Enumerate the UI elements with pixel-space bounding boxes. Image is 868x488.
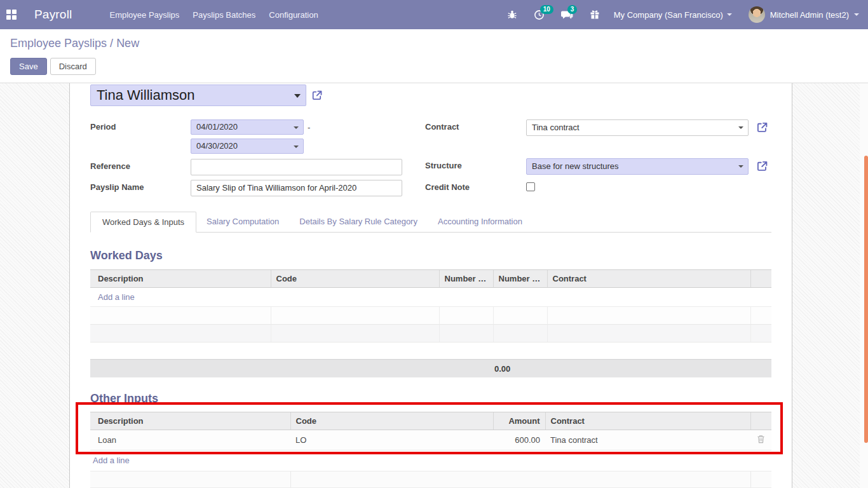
other-inputs-table: Description Code Amount Contract Loan LO… — [90, 412, 771, 451]
col-amount: Amount — [493, 412, 545, 430]
delete-row-trash-icon[interactable] — [757, 435, 765, 444]
period-to-value: 04/30/2020 — [196, 141, 238, 151]
tab-accounting-information[interactable]: Accounting Information — [428, 212, 532, 232]
col-description: Description — [90, 270, 271, 288]
systray: 10 3 My Company (San Francisco) Mitch — [491, 6, 859, 23]
payslip-name-label: Payslip Name — [90, 180, 191, 196]
breadcrumb-separator: / — [110, 37, 113, 50]
cell-amount[interactable]: 600.00 — [493, 430, 545, 451]
worked-days-total: 0.00 — [494, 364, 510, 374]
tab-details-by-salary-rule-category[interactable]: Details By Salary Rule Category — [289, 212, 428, 232]
col-contract: Contract — [547, 270, 750, 288]
empty-row — [90, 471, 771, 488]
worked-days-add-a-line[interactable]: Add a line — [90, 288, 771, 307]
employee-name: Tina Williamson — [97, 87, 194, 103]
discard-button[interactable]: Discard — [50, 58, 96, 75]
contract-value: Tina contract — [532, 123, 580, 132]
message-count-badge: 3 — [567, 5, 578, 14]
structure-label: Structure — [425, 158, 526, 180]
messages-chat-icon[interactable]: 3 — [561, 10, 573, 20]
col-code: Code — [290, 412, 493, 430]
company-switcher[interactable]: My Company (San Francisco) — [614, 10, 732, 20]
app-name[interactable]: Payroll — [34, 8, 72, 22]
apps-menu-icon[interactable] — [6, 10, 18, 20]
worked-days-header-row: Description Code Number of … Number of …… — [90, 270, 771, 288]
debug-bug-icon[interactable] — [507, 10, 517, 20]
caret-down-icon — [294, 94, 301, 98]
company-name: My Company (San Francisco) — [614, 10, 723, 20]
other-inputs-header-row: Description Code Amount Contract — [90, 412, 771, 430]
form-sheet: Tina Williamson Period 04/01/2020 — [69, 83, 792, 488]
menu-payslips-batches[interactable]: Payslips Batches — [191, 1, 257, 29]
caret-down-icon — [738, 165, 743, 168]
menu-employee-payslips[interactable]: Employee Payslips — [108, 1, 180, 29]
tab-salary-computation[interactable]: Salary Computation — [196, 212, 289, 232]
period-from-value: 04/01/2020 — [196, 122, 238, 132]
period-from-field[interactable]: 04/01/2020 — [191, 119, 304, 135]
structure-external-link-icon[interactable] — [756, 160, 768, 172]
save-button[interactable]: Save — [10, 58, 47, 75]
app-menus: Employee Payslips Payslips Batches Confi… — [108, 1, 319, 29]
rewards-gift-icon[interactable] — [590, 10, 600, 20]
period-separator: - — [308, 119, 310, 132]
employee-external-link-icon[interactable] — [311, 90, 323, 101]
credit-note-label: Credit Note — [425, 180, 526, 192]
control-panel: Employee Payslips / New Save Discard — [0, 29, 868, 83]
user-name: Mitchell Admin (test2) — [770, 10, 849, 20]
cell-contract[interactable]: Tina contract — [545, 430, 750, 451]
other-inputs-add-a-line[interactable]: Add a line — [90, 456, 771, 465]
col-actions — [750, 412, 771, 430]
chevron-down-icon — [727, 13, 732, 16]
payslip-name-input[interactable]: Salary Slip of Tina Williamson for April… — [191, 180, 402, 196]
col-actions — [750, 270, 771, 288]
period-label: Period — [90, 119, 191, 139]
form-view: Tina Williamson Period 04/01/2020 — [0, 83, 868, 488]
activity-count-badge: 10 — [540, 5, 553, 14]
structure-value: Base for new structures — [532, 161, 619, 171]
scrollbar-thumb[interactable] — [864, 156, 868, 443]
activities-clock-icon[interactable]: 10 — [534, 10, 545, 20]
worked-days-title: Worked Days — [90, 249, 771, 262]
credit-note-checkbox[interactable] — [526, 182, 535, 191]
col-code: Code — [271, 270, 439, 288]
empty-row — [90, 325, 771, 342]
col-number-of-hours: Number of … — [493, 270, 547, 288]
menu-configuration[interactable]: Configuration — [268, 1, 319, 29]
breadcrumb-parent[interactable]: Employee Payslips — [10, 37, 107, 50]
worked-days-table: Description Code Number of … Number of …… — [90, 269, 771, 342]
col-number-of-days: Number of … — [439, 270, 493, 288]
reference-label: Reference — [90, 159, 191, 180]
empty-row — [90, 307, 771, 325]
user-avatar — [749, 6, 765, 23]
col-contract: Contract — [545, 412, 750, 430]
top-navbar: Payroll Employee Payslips Payslips Batch… — [0, 0, 868, 29]
user-menu[interactable]: Mitchell Admin (test2) — [749, 6, 859, 23]
caret-down-icon — [294, 146, 299, 148]
contract-label: Contract — [425, 119, 526, 158]
tab-worked-days-inputs[interactable]: Worked Days & Inputs — [90, 212, 196, 233]
contract-field[interactable]: Tina contract — [526, 119, 749, 136]
cell-code[interactable]: LO — [290, 430, 493, 451]
col-description: Description — [90, 412, 290, 430]
notebook-tabs: Worked Days & Inputs Salary Computation … — [90, 212, 771, 233]
chevron-down-icon — [854, 13, 859, 16]
other-inputs-title: Other Inputs — [90, 392, 771, 405]
caret-down-icon — [738, 126, 743, 129]
other-input-row-loan[interactable]: Loan LO 600.00 Tina contract — [90, 430, 771, 451]
caret-down-icon — [294, 126, 299, 129]
employee-field[interactable]: Tina Williamson — [90, 85, 306, 106]
cell-description[interactable]: Loan — [90, 430, 290, 451]
reference-input[interactable] — [191, 159, 402, 175]
structure-field[interactable]: Base for new structures — [526, 158, 749, 175]
breadcrumb: Employee Payslips / New — [10, 37, 858, 50]
contract-external-link-icon[interactable] — [756, 121, 768, 133]
period-to-field[interactable]: 04/30/2020 — [191, 139, 304, 154]
worked-days-total-row: 0.00 — [90, 359, 771, 377]
breadcrumb-current: New — [116, 37, 139, 50]
